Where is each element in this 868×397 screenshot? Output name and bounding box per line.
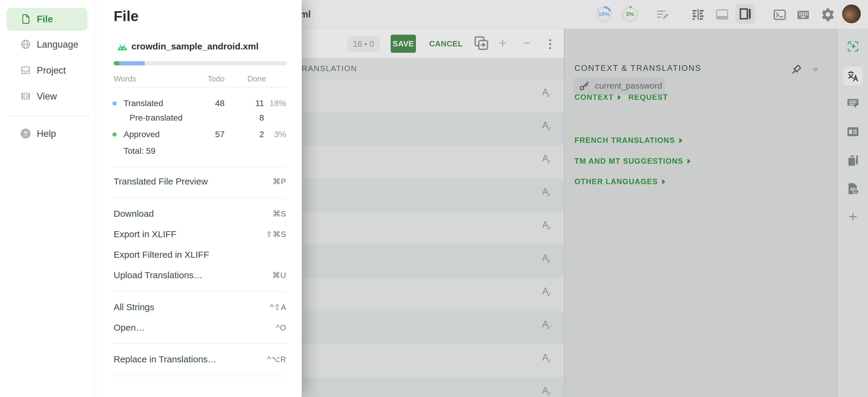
section-french-translations[interactable]: FRENCH TRANSLATIONS <box>575 136 682 145</box>
spellcheck-icon[interactable]: A✓ <box>542 286 553 299</box>
copy-source-icon[interactable] <box>472 34 487 49</box>
ai-assist-icon[interactable] <box>846 40 860 53</box>
android-icon <box>116 41 128 52</box>
translated-dot <box>113 101 117 105</box>
cancel-button[interactable]: CANCEL <box>429 35 463 53</box>
divider <box>112 198 287 198</box>
ring-value: 18% <box>598 8 610 20</box>
sidebar-item-help[interactable]: ? Help <box>0 124 96 144</box>
translate-icon <box>846 69 860 83</box>
file-name[interactable]: crowdin_sample_android.xml <box>131 41 258 51</box>
translate-tab-active[interactable] <box>843 67 863 86</box>
menu-item-download[interactable]: Download ⌘S <box>114 207 286 220</box>
column-words: Words <box>114 74 136 84</box>
chevron-right-icon <box>687 158 690 164</box>
ring-value: 3% <box>624 8 636 20</box>
stat-row-total: Total: 59 <box>96 145 302 157</box>
string-counter[interactable]: 16 • 0 <box>347 36 380 52</box>
menu-item-replace-in-translations[interactable]: Replace in Translations… ^⌥R <box>114 353 286 366</box>
right-panel-toggle[interactable] <box>735 4 755 24</box>
add-panel-icon[interactable]: + <box>838 209 868 224</box>
menu-item-upload-translations[interactable]: Upload Translations… ⌘U <box>114 269 286 282</box>
save-button[interactable]: SAVE <box>391 35 416 53</box>
draft-edit-icon[interactable] <box>656 7 670 22</box>
divider <box>112 291 287 292</box>
chevron-down-icon[interactable] <box>812 68 819 72</box>
stat-row-translated: Translated 48 11 18% <box>96 97 302 110</box>
section-tm-mt-suggestions[interactable]: TM AND MT SUGGESTIONS <box>575 157 690 165</box>
expand-icon[interactable]: + <box>494 29 512 58</box>
user-avatar[interactable] <box>842 4 861 23</box>
glossary-icon[interactable] <box>846 154 860 167</box>
divider <box>112 376 287 376</box>
side-by-side-view-icon[interactable] <box>691 7 705 22</box>
sidebar: File Language Project <box>0 0 96 397</box>
project-inbox-icon <box>20 64 31 76</box>
column-done: Done <box>247 74 266 84</box>
console-icon[interactable] <box>773 8 787 23</box>
globe-icon <box>20 38 31 50</box>
section-other-languages[interactable]: OTHER LANGUAGES <box>575 177 665 186</box>
key-icon <box>579 80 590 92</box>
menu-item-all-strings[interactable]: All Strings ^⇧A <box>114 301 286 314</box>
collapse-icon[interactable]: − <box>518 29 536 58</box>
stat-row-pre-translated: Pre-translated 8 <box>96 112 302 124</box>
spellcheck-icon[interactable]: A✓ <box>542 352 553 365</box>
file-info-icon[interactable] <box>846 182 860 195</box>
approved-dot <box>113 132 117 136</box>
spellcheck-icon[interactable]: A✓ <box>542 385 553 397</box>
settings-gear-icon[interactable] <box>820 7 835 22</box>
stat-row-approved: Approved 57 2 3% <box>96 128 302 141</box>
help-icon: ? <box>20 128 31 139</box>
chevron-right-icon <box>679 138 682 143</box>
right-toolbar: + <box>838 29 868 397</box>
context-panel: CONTEXT & TRANSLATIONS CONTEXT REQUEST <box>564 29 838 397</box>
chevron-right-icon <box>662 179 665 184</box>
file-menu-panel: File crowdin_sample_android.xml Words To… <box>96 0 302 397</box>
menu-item-translated-file-preview[interactable]: Translated File Preview ⌘P <box>114 175 286 188</box>
translation-column-header: TRANSLATION <box>296 58 357 79</box>
columns-view-icon <box>20 90 31 102</box>
comments-icon[interactable] <box>846 97 860 110</box>
sidebar-item-file[interactable]: File <box>0 10 96 29</box>
menu-item-open[interactable]: Open… ^O <box>114 321 286 334</box>
column-todo: Todo <box>208 74 224 84</box>
bottom-panel-icon[interactable] <box>715 7 730 22</box>
file-progress-bar <box>114 61 287 65</box>
spellcheck-icon[interactable]: A✓ <box>542 120 553 133</box>
approved-progress-ring[interactable]: 3% <box>622 6 638 22</box>
sidebar-item-project[interactable]: Project <box>0 61 96 80</box>
sidebar-item-language[interactable]: Language <box>0 35 96 54</box>
menu-item-export-xliff[interactable]: Export in XLIFF ⇧⌘S <box>114 227 286 241</box>
spellcheck-icon[interactable]: A✓ <box>542 253 553 266</box>
spellcheck-icon[interactable]: A✓ <box>542 186 553 200</box>
context-panel-title: CONTEXT & TRANSLATIONS <box>575 64 701 73</box>
panel-title: File <box>114 8 138 24</box>
spellcheck-icon[interactable]: A✓ <box>542 319 553 332</box>
sidebar-item-view[interactable]: View <box>0 87 96 106</box>
divider <box>112 167 287 167</box>
spellcheck-icon[interactable]: A✓ <box>542 219 553 233</box>
svg-text:?: ? <box>24 130 28 138</box>
chevron-right-icon <box>618 95 621 100</box>
crowdin-editor: ml 18% 3% <box>0 0 868 397</box>
spellcheck-icon[interactable]: A✓ <box>542 153 553 166</box>
spellcheck-icon[interactable]: A✓ <box>542 87 553 100</box>
string-key-label: current_password <box>595 77 662 95</box>
more-options-icon[interactable] <box>542 36 558 53</box>
translated-progress-ring[interactable]: 18% <box>596 6 612 22</box>
keyboard-icon[interactable] <box>796 9 811 24</box>
sidebar-divider <box>7 116 88 116</box>
approved-progress-segment <box>114 61 119 65</box>
menu-item-export-filtered-xliff[interactable]: Export Filtered in XLIFF <box>114 248 286 261</box>
string-key-chip[interactable]: current_password <box>574 77 665 95</box>
divider <box>112 87 287 87</box>
article-icon[interactable] <box>846 125 860 139</box>
unpin-icon[interactable] <box>789 63 803 77</box>
divider <box>112 343 287 344</box>
file-icon <box>20 13 31 25</box>
